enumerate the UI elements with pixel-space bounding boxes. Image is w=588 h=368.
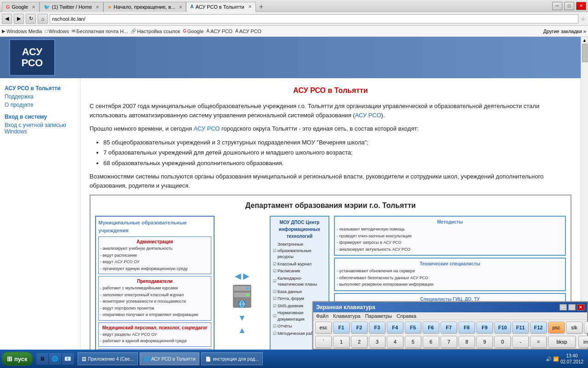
key-f6[interactable]: F6 <box>423 322 439 334</box>
key-f11[interactable]: F11 <box>512 322 529 334</box>
diagram-middle-title: МОУ ДПОС Центр информационных технологий <box>273 219 326 240</box>
key-4[interactable]: 4 <box>387 336 403 348</box>
osk-menu-help[interactable]: Справка <box>396 313 416 319</box>
tab-google[interactable]: G Google ✕ <box>2 2 40 12</box>
bookmark-settings[interactable]: 🔗 Настройка ссылок <box>130 29 180 34</box>
key-f9[interactable]: F9 <box>476 322 493 334</box>
key-2[interactable]: 2 <box>351 336 368 348</box>
tab-close-google[interactable]: ✕ <box>32 5 35 10</box>
sidebar-login-title: Вход в систему <box>5 114 75 120</box>
key-f7[interactable]: F7 <box>441 322 457 334</box>
clock-time: 13:40 <box>560 353 583 359</box>
osk-close[interactable]: ✕ <box>577 304 584 310</box>
bookmark-asu1[interactable]: A АСУ РСО <box>206 29 232 34</box>
intro1-link[interactable]: АСУ РСО <box>355 112 381 119</box>
browser-tabs: G Google ✕ 🐦 (1) Twitter / Home ✕ ➤ Нача… <box>2 0 267 12</box>
sidebar-link-product[interactable]: О продукте <box>5 102 75 108</box>
bookmark-google[interactable]: G Google <box>183 29 204 34</box>
tab-close-nacho[interactable]: ✕ <box>179 5 182 10</box>
diag-item-5: ☑ База данных <box>273 289 326 295</box>
key-3[interactable]: 3 <box>369 336 385 348</box>
intro2-link[interactable]: АСУ РСО <box>193 125 220 132</box>
bookmark-icon-wm: ▶ <box>2 29 6 34</box>
tab-favicon-google: G <box>6 4 10 10</box>
key-f8[interactable]: F8 <box>458 322 475 334</box>
key-slk[interactable]: slk <box>566 322 582 334</box>
close-button[interactable]: ✕ <box>576 2 586 10</box>
arrows-row: ◀ ▶ <box>235 270 249 282</box>
sys-icon-2: 📶 <box>553 356 559 362</box>
tab-close-asu[interactable]: ✕ <box>248 4 252 9</box>
key-9[interactable]: 9 <box>476 336 493 348</box>
key-0[interactable]: 0 <box>494 336 511 348</box>
key-f4[interactable]: F4 <box>387 322 403 334</box>
taskbar-sys: 🔊 📶 13:40 02.07.2012 <box>543 353 586 365</box>
maximize-button[interactable]: □ <box>564 2 574 10</box>
taskbar-item-2-icon: 🌐 <box>144 356 149 362</box>
taskbar-item-2[interactable]: 🌐 АСУ РСО в Тольятти <box>140 352 200 365</box>
diagram-left: Муниципальные образовательные учреждения… <box>95 216 215 350</box>
taskbar-item-3[interactable]: 📄 инструкция для род... <box>201 352 263 365</box>
quicklaunch-2[interactable]: 🌐 <box>49 353 61 365</box>
tab-twitter[interactable]: 🐦 (1) Twitter / Home ✕ <box>40 2 103 12</box>
scroll-thumb[interactable] <box>582 44 588 62</box>
osk-menu-keyboard[interactable]: Клавиатура <box>333 313 361 319</box>
osk-menu-params[interactable]: Параметры <box>365 313 392 319</box>
key-7[interactable]: 7 <box>441 336 457 348</box>
key-bksp[interactable]: bksp <box>548 336 576 348</box>
reload-button[interactable]: ↻ <box>26 14 36 24</box>
site-logo: АСУРСО <box>9 39 55 76</box>
key-f1[interactable]: F1 <box>333 322 350 334</box>
key-8[interactable]: 8 <box>458 336 475 348</box>
bookmark-windows-media[interactable]: ▶ Windows Media <box>2 29 42 34</box>
key-1[interactable]: 1 <box>333 336 350 348</box>
address-input[interactable] <box>50 14 578 23</box>
sys-clock: 13:40 02.07.2012 <box>560 353 583 365</box>
key-f12[interactable]: F12 <box>530 322 547 334</box>
new-tab-button[interactable]: + <box>256 2 267 12</box>
key-equals[interactable]: = <box>530 336 547 348</box>
forward-button[interactable]: ▶ <box>14 14 24 24</box>
quicklaunch-1[interactable]: 🖥 <box>36 353 48 365</box>
osk-menu-file[interactable]: Файл <box>316 313 328 319</box>
quicklaunch-3[interactable]: 📧 <box>62 353 74 365</box>
scroll-up[interactable]: ▲ <box>582 38 587 43</box>
bookmark-mail[interactable]: ✉ Бесплатная почта Н... <box>72 29 128 34</box>
home-button[interactable]: ⌂ <box>38 14 48 24</box>
diagram-title: Департамент образования мэрии г.о. Толья… <box>95 200 566 211</box>
taskbar-item-1[interactable]: 🖼 Приложение 4 (Све... <box>78 352 138 365</box>
svg-point-3 <box>246 287 249 290</box>
key-5[interactable]: 5 <box>405 336 421 348</box>
other-bookmarks[interactable]: Другие закладки » <box>543 29 586 34</box>
key-ins[interactable]: ins <box>578 336 588 348</box>
bookmark-star[interactable]: ★ <box>580 15 586 23</box>
diagram-center: ◀ ▶ <box>219 216 265 350</box>
tab-nacho[interactable]: ➤ Начало, прекращение, в... ✕ <box>103 2 186 12</box>
key-f3[interactable]: F3 <box>369 322 385 334</box>
key-6[interactable]: 6 <box>423 336 439 348</box>
key-f2[interactable]: F2 <box>351 322 368 334</box>
taskbar: ⊞ пуск 🖥 🌐 📧 🖼 Приложение 4 (Све... 🌐 АС… <box>0 350 588 368</box>
start-button[interactable]: ⊞ пуск <box>2 352 33 366</box>
bookmark-label-asu1: АСУ РСО <box>210 29 232 34</box>
diag-item-1: ☑ Электронные образовательные ресурсы <box>273 242 326 260</box>
tab-asu[interactable]: A АСУ РСО в Тольятти ✕ <box>186 2 255 12</box>
key-psc[interactable]: psc <box>548 322 565 334</box>
osk-maximize[interactable]: □ <box>568 304 576 310</box>
sidebar-link-support[interactable]: Поддержка <box>5 93 75 100</box>
bookmark-windows[interactable]: □ Windows <box>45 29 69 34</box>
tab-close-twitter[interactable]: ✕ <box>96 5 99 10</box>
sidebar-link-windows-login[interactable]: Вход с учетной записью Windows <box>5 122 75 135</box>
minimize-button[interactable]: ─ <box>552 2 562 10</box>
sidebar-section-main: АСУ РСО в Тольятти Поддержка О продукте <box>5 85 75 108</box>
back-button[interactable]: ◀ <box>2 14 12 24</box>
intro1-text: С сентября 2007 года муниципальные общео… <box>90 103 539 119</box>
key-f10[interactable]: F10 <box>494 322 511 334</box>
key-esc[interactable]: esc <box>315 322 332 334</box>
bookmark-asu2[interactable]: A АСУ РСО <box>235 29 261 34</box>
osk-minimize[interactable]: ─ <box>560 304 567 310</box>
key-tilde[interactable]: ` <box>315 336 332 348</box>
key-brk[interactable]: brk <box>584 322 588 334</box>
key-f5[interactable]: F5 <box>405 322 421 334</box>
key-minus[interactable]: - <box>512 336 529 348</box>
